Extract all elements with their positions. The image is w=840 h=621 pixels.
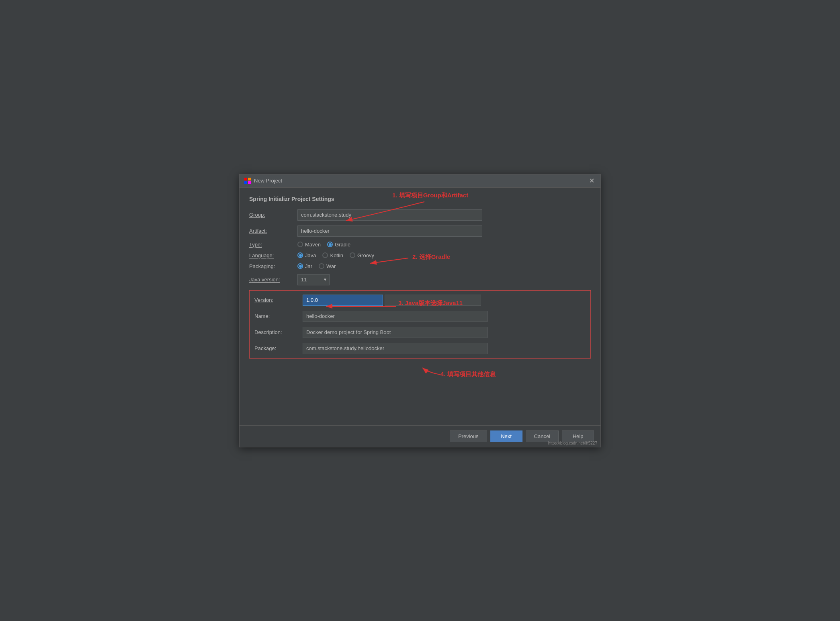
svg-rect-0 bbox=[244, 178, 247, 180]
name-row: Name: bbox=[254, 311, 586, 322]
packaging-war-label: War bbox=[326, 263, 336, 269]
packaging-war-radio[interactable] bbox=[319, 263, 324, 269]
packaging-label: Packaging: bbox=[249, 263, 297, 269]
annotation-2: 2. 选择Gradle bbox=[412, 253, 450, 261]
dialog-footer: Previous Next Cancel Help bbox=[240, 425, 600, 447]
annotation-3: 3. Java版本选择Java11 bbox=[398, 299, 463, 307]
packaging-row: Packaging: Jar War bbox=[249, 263, 591, 269]
close-button[interactable]: ✕ bbox=[588, 177, 596, 185]
language-java-option[interactable]: Java bbox=[297, 252, 316, 258]
description-input[interactable] bbox=[303, 327, 488, 338]
title-bar: New Project ✕ bbox=[240, 174, 600, 188]
language-radio-group: Java Kotlin Groovy bbox=[297, 252, 374, 258]
type-maven-radio[interactable] bbox=[297, 242, 303, 247]
javaversion-label: Java version: bbox=[249, 277, 297, 283]
language-kotlin-radio[interactable] bbox=[322, 252, 328, 258]
type-gradle-option[interactable]: Gradle bbox=[327, 242, 350, 248]
version-input[interactable] bbox=[303, 295, 383, 306]
previous-button[interactable]: Previous bbox=[450, 430, 487, 442]
svg-rect-3 bbox=[248, 181, 251, 184]
language-kotlin-option[interactable]: Kotlin bbox=[322, 252, 343, 258]
name-input[interactable] bbox=[303, 311, 488, 322]
packaging-war-option[interactable]: War bbox=[319, 263, 336, 269]
language-java-label: Java bbox=[305, 252, 316, 258]
language-java-radio[interactable] bbox=[297, 252, 303, 258]
language-groovy-option[interactable]: Groovy bbox=[350, 252, 374, 258]
package-input[interactable] bbox=[303, 343, 488, 354]
description-row: Description: bbox=[254, 327, 586, 338]
javaversion-select[interactable]: 8 11 17 bbox=[297, 274, 330, 285]
type-maven-option[interactable]: Maven bbox=[297, 242, 321, 248]
group-label: Group: bbox=[249, 212, 297, 218]
type-label: Type: bbox=[249, 242, 297, 248]
type-gradle-radio[interactable] bbox=[327, 242, 333, 247]
language-groovy-radio[interactable] bbox=[350, 252, 355, 258]
type-gradle-label: Gradle bbox=[335, 242, 350, 248]
annotation-4: 4. 填写项目其他信息 bbox=[440, 371, 496, 378]
javaversion-row: Java version: 8 11 17 ▼ bbox=[249, 274, 591, 285]
version-label: Version: bbox=[254, 297, 303, 303]
package-row: Package: bbox=[254, 343, 586, 354]
javaversion-select-wrapper: 8 11 17 ▼ bbox=[297, 274, 330, 285]
type-row: Type: Maven Gradle bbox=[249, 242, 591, 248]
watermark: https://blog.csdn.net/lft5227 bbox=[548, 441, 597, 445]
name-label: Name: bbox=[254, 313, 303, 319]
type-radio-group: Maven Gradle bbox=[297, 242, 350, 248]
artifact-row: Artifact: bbox=[249, 225, 591, 237]
description-label: Description: bbox=[254, 329, 303, 335]
svg-rect-1 bbox=[248, 178, 251, 180]
svg-rect-2 bbox=[244, 181, 247, 184]
packaging-radio-group: Jar War bbox=[297, 263, 336, 269]
language-kotlin-label: Kotlin bbox=[330, 252, 343, 258]
dialog-content: Spring Initializr Project Settings 1. 填写… bbox=[240, 188, 600, 425]
app-icon bbox=[244, 178, 251, 184]
group-input[interactable] bbox=[297, 209, 482, 221]
type-maven-label: Maven bbox=[305, 242, 321, 248]
cancel-button[interactable]: Cancel bbox=[526, 430, 559, 442]
new-project-dialog: New Project ✕ Spring Initializr Project … bbox=[239, 174, 601, 447]
language-groovy-label: Groovy bbox=[357, 252, 374, 258]
package-label: Package: bbox=[254, 345, 303, 351]
packaging-jar-radio[interactable] bbox=[297, 263, 303, 269]
dialog-title: New Project bbox=[254, 178, 588, 184]
packaging-jar-label: Jar bbox=[305, 263, 312, 269]
annotation-1: 1. 填写项目Group和Artifact bbox=[392, 192, 468, 199]
help-button[interactable]: Help bbox=[562, 430, 594, 442]
artifact-label: Artifact: bbox=[249, 228, 297, 234]
artifact-input[interactable] bbox=[297, 225, 482, 237]
packaging-jar-option[interactable]: Jar bbox=[297, 263, 312, 269]
language-label: Language: bbox=[249, 252, 297, 258]
group-row: Group: bbox=[249, 209, 591, 221]
next-button[interactable]: Next bbox=[490, 430, 522, 442]
